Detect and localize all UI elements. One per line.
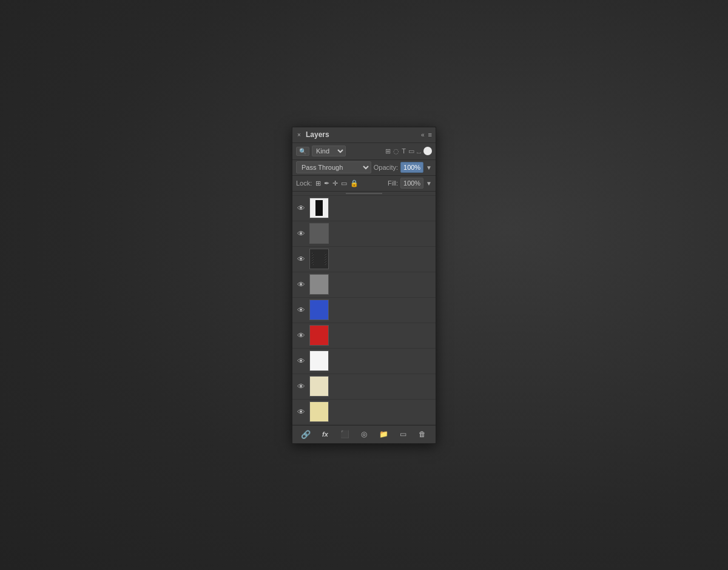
adjustment-layer-icon[interactable]: ◎ bbox=[358, 428, 370, 440]
layers-list[interactable]: 👁 👁 👁 bbox=[292, 196, 436, 425]
filter-icons: ⊞ ◌ T ▭ ⎵ bbox=[385, 147, 432, 155]
layer-thumbnail bbox=[309, 350, 329, 371]
kind-select[interactable]: Kind Name Effect Mode bbox=[312, 146, 346, 156]
white-dot-icon bbox=[423, 147, 432, 155]
adjustment-filter-icon[interactable]: ⎵ bbox=[417, 147, 421, 155]
fill-section: Fill: ▼ bbox=[388, 178, 432, 189]
fill-label: Fill: bbox=[388, 179, 398, 187]
filter-search[interactable]: 🔍 bbox=[296, 147, 309, 156]
new-layer-icon[interactable]: ▭ bbox=[397, 428, 409, 440]
close-button[interactable]: × bbox=[296, 132, 302, 138]
layer-row[interactable]: 👁 bbox=[292, 221, 436, 247]
layer-row[interactable]: 👁 bbox=[292, 323, 436, 349]
layer-thumbnail bbox=[309, 300, 329, 320]
mask-icon[interactable]: ⬛ bbox=[339, 428, 351, 440]
link-icon[interactable]: 🔗 bbox=[300, 428, 312, 440]
search-icon: 🔍 bbox=[299, 148, 306, 155]
lock-row: Lock: ⊞ ✒ ✛ ▭ 🔒 Fill: ▼ bbox=[292, 176, 436, 192]
opacity-dropdown-arrow[interactable]: ▼ bbox=[426, 164, 432, 171]
layer-separator bbox=[346, 193, 382, 194]
filter-row: 🔍 Kind Name Effect Mode ⊞ ◌ T ▭ ⎵ bbox=[292, 143, 436, 160]
layer-thumbnail bbox=[309, 325, 329, 346]
lock-label: Lock: bbox=[296, 179, 312, 187]
panel-menu-button[interactable]: ≡ bbox=[428, 131, 432, 138]
layer-row[interactable]: 👁 bbox=[292, 272, 436, 298]
layer-visibility-icon[interactable]: 👁 bbox=[296, 382, 306, 391]
lock-icons: ⊞ ✒ ✛ ▭ 🔒 bbox=[315, 179, 359, 187]
opacity-label: Opacity: bbox=[374, 164, 398, 171]
layer-row[interactable]: 👁 bbox=[292, 400, 436, 425]
layer-visibility-icon[interactable]: 👁 bbox=[296, 280, 306, 289]
lock-padlock-icon[interactable]: 🔒 bbox=[350, 179, 359, 187]
layer-visibility-icon[interactable]: 👁 bbox=[296, 204, 306, 213]
group-icon[interactable]: 📁 bbox=[377, 428, 389, 440]
layer-thumbnail bbox=[309, 274, 329, 295]
layer-visibility-icon[interactable]: 👁 bbox=[296, 306, 306, 315]
layer-row[interactable]: 👁 bbox=[292, 374, 436, 400]
layer-thumbnail bbox=[309, 198, 329, 218]
layers-panel: × Layers « ≡ 🔍 Kind Name Effect Mode ⊞ ◌… bbox=[292, 127, 436, 444]
lock-artboard-icon[interactable]: ▭ bbox=[341, 179, 347, 187]
circle-filter-icon[interactable]: ◌ bbox=[393, 147, 399, 155]
layer-row[interactable]: 👁 bbox=[292, 298, 436, 323]
shape-filter-icon[interactable]: ▭ bbox=[408, 147, 414, 155]
lock-grid-icon[interactable]: ⊞ bbox=[315, 179, 321, 187]
layer-visibility-icon[interactable]: 👁 bbox=[296, 331, 306, 340]
panel-titlebar: × Layers « ≡ bbox=[292, 127, 436, 143]
lock-paint-icon[interactable]: ✒ bbox=[324, 179, 329, 187]
text-filter-icon[interactable]: T bbox=[402, 147, 406, 155]
layer-row[interactable]: 👁 bbox=[292, 349, 436, 374]
fill-input[interactable] bbox=[400, 178, 423, 189]
lock-move-icon[interactable]: ✛ bbox=[332, 179, 338, 187]
layer-visibility-icon[interactable]: 👁 bbox=[296, 357, 306, 366]
fx-icon[interactable]: fx bbox=[319, 428, 331, 440]
layer-row[interactable]: 👁 bbox=[292, 247, 436, 272]
panel-toolbar: 🔗 fx ⬛ ◎ 📁 ▭ 🗑 bbox=[292, 425, 436, 443]
layer-visibility-icon[interactable]: 👁 bbox=[296, 255, 306, 264]
pixel-filter-icon[interactable]: ⊞ bbox=[385, 147, 391, 155]
layer-thumbnail bbox=[309, 376, 329, 397]
layer-thumbnail bbox=[309, 223, 329, 244]
collapse-button[interactable]: « bbox=[421, 132, 425, 138]
layer-visibility-icon[interactable]: 👁 bbox=[296, 407, 306, 417]
panel-title: Layers bbox=[306, 130, 329, 139]
layer-thumbnail bbox=[309, 249, 329, 269]
layer-row[interactable]: 👁 bbox=[292, 196, 436, 221]
blend-mode-select[interactable]: Pass Through Normal Dissolve Multiply Sc… bbox=[296, 161, 371, 173]
blend-mode-row: Pass Through Normal Dissolve Multiply Sc… bbox=[292, 160, 436, 176]
layer-visibility-icon[interactable]: 👁 bbox=[296, 229, 306, 238]
delete-layer-icon[interactable]: 🗑 bbox=[416, 428, 428, 440]
layer-thumbnail bbox=[309, 401, 329, 422]
opacity-input[interactable] bbox=[400, 162, 423, 173]
fill-dropdown-arrow[interactable]: ▼ bbox=[426, 180, 432, 187]
